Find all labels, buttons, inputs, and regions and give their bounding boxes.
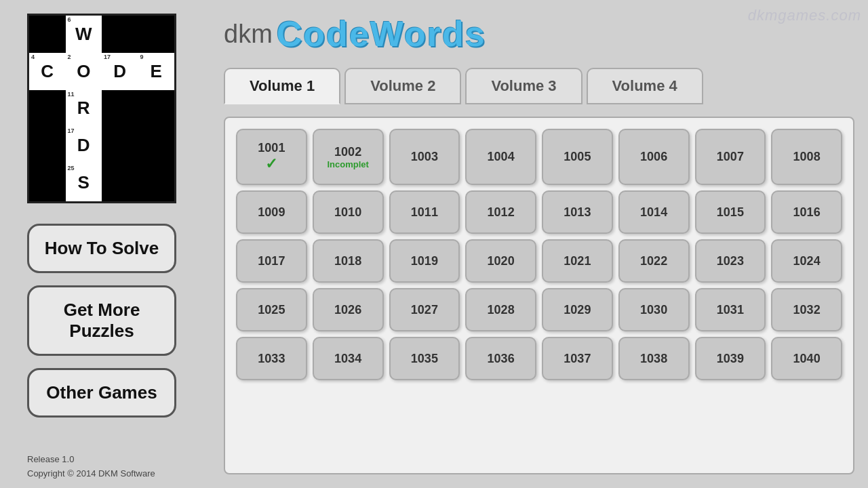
main-content: dkmgames.com dkm CodeWords Volume 1Volum…: [203, 0, 868, 488]
puzzle-label: 1036: [488, 352, 515, 366]
puzzle-label: 1040: [793, 352, 821, 366]
crossword-cell: [29, 90, 66, 127]
puzzle-button-1018[interactable]: 1018: [313, 239, 384, 283]
puzzle-button-1002[interactable]: 1002Incomplet: [313, 129, 384, 185]
crossword-cell: [102, 127, 138, 164]
puzzle-label: 1025: [258, 303, 285, 317]
puzzle-grid: 1001✓1002Incomplet1003100410051006100710…: [236, 129, 842, 380]
puzzle-button-1038[interactable]: 1038: [618, 337, 690, 380]
get-more-puzzles-button[interactable]: Get More Puzzles: [27, 285, 176, 356]
puzzle-label: 1032: [793, 303, 821, 317]
crossword-cell: 4C: [29, 53, 66, 90]
puzzle-label: 1039: [717, 352, 744, 366]
puzzle-label: 1020: [488, 254, 515, 268]
puzzle-button-1010[interactable]: 1010: [313, 190, 384, 234]
puzzle-button-1036[interactable]: 1036: [465, 337, 536, 380]
crossword-cell: [138, 16, 175, 53]
puzzle-label: 1037: [564, 352, 591, 366]
puzzle-label: 1004: [488, 150, 515, 164]
copyright-label: Copyright © 2014 DKM Software: [27, 467, 176, 481]
version-info: Release 1.0 Copyright © 2014 DKM Softwar…: [27, 453, 176, 481]
puzzle-button-1025[interactable]: 1025: [236, 288, 307, 331]
tab-volume4[interactable]: Volume 4: [587, 68, 703, 104]
puzzle-button-1035[interactable]: 1035: [389, 337, 460, 380]
puzzle-button-1023[interactable]: 1023: [695, 239, 766, 283]
puzzle-button-1007[interactable]: 1007: [695, 129, 766, 185]
puzzle-label: 1014: [640, 205, 667, 220]
tab-volume3[interactable]: Volume 3: [465, 68, 582, 104]
puzzle-label: 1027: [411, 303, 438, 317]
puzzle-label: 1038: [640, 352, 667, 366]
puzzle-button-1009[interactable]: 1009: [236, 190, 307, 234]
how-to-solve-button[interactable]: How To Solve: [27, 224, 176, 273]
crossword-cell: [29, 127, 66, 164]
puzzle-button-1017[interactable]: 1017: [236, 239, 307, 283]
sidebar: 6W4C2O17D9E11R17D25S How To Solve Get Mo…: [0, 0, 203, 488]
puzzle-button-1011[interactable]: 1011: [389, 190, 460, 234]
puzzle-button-1021[interactable]: 1021: [542, 239, 613, 283]
puzzle-button-1016[interactable]: 1016: [771, 190, 842, 234]
crossword-cell: [102, 16, 138, 53]
puzzle-list-container: 1001✓1002Incomplet1003100410051006100710…: [224, 117, 854, 474]
crossword-cell: 2O: [66, 53, 102, 90]
tab-volume1[interactable]: Volume 1: [224, 68, 340, 104]
puzzle-button-1006[interactable]: 1006: [618, 129, 690, 185]
puzzle-label: 1003: [411, 150, 438, 164]
puzzle-button-1033[interactable]: 1033: [236, 337, 307, 380]
puzzle-button-1027[interactable]: 1027: [389, 288, 460, 331]
puzzle-label: 1015: [717, 205, 744, 220]
puzzle-label: 1022: [640, 254, 667, 268]
puzzle-button-1026[interactable]: 1026: [313, 288, 384, 331]
puzzle-button-1001[interactable]: 1001✓: [236, 129, 307, 185]
puzzle-button-1037[interactable]: 1037: [542, 337, 613, 380]
puzzle-button-1030[interactable]: 1030: [618, 288, 690, 331]
puzzle-button-1019[interactable]: 1019: [389, 239, 460, 283]
puzzle-button-1032[interactable]: 1032: [771, 288, 842, 331]
crossword-cell: 25S: [66, 164, 102, 201]
puzzle-button-1008[interactable]: 1008: [771, 129, 842, 185]
puzzle-label: 1005: [564, 150, 591, 164]
tab-volume2[interactable]: Volume 2: [344, 68, 461, 104]
puzzle-button-1014[interactable]: 1014: [618, 190, 690, 234]
logo-codewords: CodeWords: [277, 14, 486, 54]
volume-tabs: Volume 1Volume 2Volume 3Volume 4: [224, 68, 854, 104]
puzzle-button-1004[interactable]: 1004: [465, 129, 536, 185]
puzzle-label: 1031: [717, 303, 744, 317]
puzzle-label: 1028: [488, 303, 515, 317]
puzzle-button-1020[interactable]: 1020: [465, 239, 536, 283]
puzzle-button-1029[interactable]: 1029: [542, 288, 613, 331]
puzzle-button-1024[interactable]: 1024: [771, 239, 842, 283]
other-games-button[interactable]: Other Games: [27, 368, 176, 418]
puzzle-button-1022[interactable]: 1022: [618, 239, 690, 283]
puzzle-button-1039[interactable]: 1039: [695, 337, 766, 380]
puzzle-button-1013[interactable]: 1013: [542, 190, 613, 234]
crossword-cell: [29, 16, 66, 53]
puzzle-button-1031[interactable]: 1031: [695, 288, 766, 331]
crossword-cell: [138, 90, 175, 127]
crossword-preview: 6W4C2O17D9E11R17D25S: [27, 14, 176, 203]
puzzle-button-1015[interactable]: 1015: [695, 190, 766, 234]
watermark: dkmgames.com: [748, 7, 861, 24]
puzzle-label: 1035: [411, 352, 438, 366]
crossword-cell: [102, 164, 138, 201]
puzzle-label: 1010: [334, 205, 361, 220]
crossword-cell: 17D: [66, 127, 102, 164]
puzzle-label: 1001: [258, 141, 285, 155]
crossword-cell: 11R: [66, 90, 102, 127]
puzzle-label: 1029: [564, 303, 591, 317]
puzzle-label: 1007: [717, 150, 744, 164]
puzzle-button-1005[interactable]: 1005: [542, 129, 613, 185]
puzzle-button-1034[interactable]: 1034: [313, 337, 384, 380]
logo-dkm: dkm: [224, 20, 273, 49]
puzzle-button-1012[interactable]: 1012: [465, 190, 536, 234]
crossword-cell: [102, 90, 138, 127]
puzzle-button-1003[interactable]: 1003: [389, 129, 460, 185]
puzzle-label: 1019: [411, 254, 438, 268]
crossword-cell: [138, 127, 175, 164]
crossword-cell: 17D: [102, 53, 138, 90]
incomplete-label: Incomplet: [327, 159, 368, 169]
puzzle-label: 1018: [334, 254, 361, 268]
crossword-cell: 6W: [66, 16, 102, 53]
puzzle-button-1028[interactable]: 1028: [465, 288, 536, 331]
puzzle-button-1040[interactable]: 1040: [771, 337, 842, 380]
